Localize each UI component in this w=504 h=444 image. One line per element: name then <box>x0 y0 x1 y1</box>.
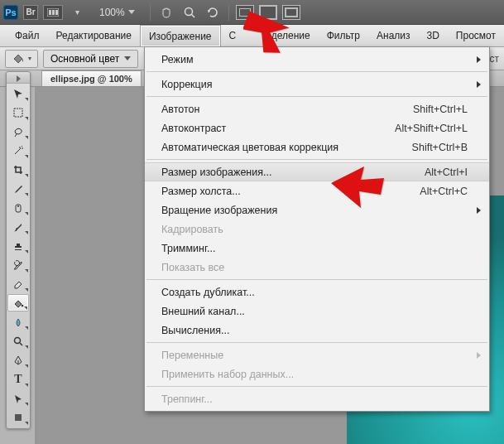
menu-item[interactable]: Внешний канал... <box>145 302 489 321</box>
menu-item: Переменные <box>145 345 489 364</box>
pen-tool-icon[interactable] <box>7 351 29 369</box>
path-select-tool-icon[interactable] <box>7 389 29 407</box>
blur-tool-icon[interactable] <box>7 313 29 331</box>
menu-item-label: Вычисления... <box>161 325 229 336</box>
svg-rect-1 <box>49 10 51 15</box>
eraser-tool-icon[interactable] <box>7 275 29 292</box>
svg-point-4 <box>185 7 192 15</box>
image-menu-dropdown: РежимКоррекцияАвтотонShift+Ctrl+LАвтокон… <box>144 46 490 412</box>
menu-item[interactable]: АвтотонShift+Ctrl+L <box>145 99 489 118</box>
annotation-arrow-middle <box>331 166 384 211</box>
lasso-tool-icon[interactable] <box>7 123 29 140</box>
menu-item-label: Режим <box>161 54 194 65</box>
marquee-tool-icon[interactable] <box>7 104 29 121</box>
menu-layer-partial[interactable]: С <box>221 25 238 46</box>
fill-source-dropdown[interactable]: Основной цвет <box>43 50 138 68</box>
menu-item-label: Автотон <box>161 104 199 115</box>
hand-icon[interactable] <box>157 3 175 22</box>
dodge-tool-icon[interactable] <box>7 332 29 350</box>
svg-point-9 <box>22 304 24 306</box>
move-tool-icon[interactable] <box>7 84 29 102</box>
menu-item[interactable]: Вращение изображения <box>145 200 489 220</box>
fill-source-label: Основной цвет <box>50 53 119 65</box>
menu-item-label: Автоматическая цветовая коррекция <box>161 142 338 153</box>
photoshop-icon[interactable]: Ps <box>3 5 18 20</box>
svg-rect-2 <box>52 10 55 15</box>
document-tab[interactable]: ellipse.jpg @ 100% <box>41 70 142 86</box>
svg-rect-6 <box>14 109 22 117</box>
bridge-icon[interactable]: Br <box>23 5 38 20</box>
menu-item: Показать все <box>145 258 489 277</box>
menu-item[interactable]: АвтоконтрастAlt+Shift+Ctrl+L <box>145 118 489 138</box>
menu-item-label: Тримминг... <box>161 243 215 254</box>
zoom-level[interactable]: 100% <box>91 7 143 18</box>
menu-item-label: Создать дубликат... <box>161 287 255 298</box>
stamp-tool-icon[interactable] <box>7 237 29 254</box>
shape-tool-icon[interactable] <box>7 408 29 426</box>
chevron-down-icon <box>124 56 131 60</box>
history-brush-tool-icon[interactable] <box>7 256 29 273</box>
menu-3d[interactable]: 3D <box>419 25 448 46</box>
wand-tool-icon[interactable] <box>7 142 29 159</box>
svg-point-8 <box>17 205 19 207</box>
eyedropper-tool-icon[interactable] <box>7 180 29 197</box>
tool-panel-toggle[interactable] <box>7 74 30 84</box>
mini-bridge-icon[interactable] <box>43 5 63 20</box>
bucket-tool-icon[interactable] <box>7 294 29 311</box>
menu-item-shortcut: Alt+Ctrl+I <box>425 166 468 178</box>
menu-image[interactable]: Изображение <box>140 25 221 46</box>
brush-tool-icon[interactable] <box>7 218 29 235</box>
menu-item-label: Внешний канал... <box>161 306 245 317</box>
svg-line-5 <box>191 14 194 17</box>
menu-item: Треппинг... <box>145 389 489 408</box>
healing-tool-icon[interactable] <box>7 199 29 216</box>
menu-item: Кадрировать <box>145 220 489 239</box>
menu-file[interactable]: Файл <box>7 25 48 46</box>
menu-item-shortcut: Alt+Ctrl+C <box>420 186 468 197</box>
menu-item-shortcut: Alt+Shift+Ctrl+L <box>395 123 468 134</box>
tool-preset-picker[interactable]: ▾ <box>5 50 38 68</box>
crop-tool-icon[interactable] <box>7 161 29 178</box>
menu-view-partial[interactable]: Просмот <box>448 25 504 46</box>
menu-edit[interactable]: Редактирование <box>48 25 140 46</box>
menu-item[interactable]: Коррекция <box>145 75 489 94</box>
menu-filter[interactable]: Фильтр <box>319 25 368 46</box>
menu-item-shortcut: Shift+Ctrl+L <box>413 104 468 115</box>
menu-item[interactable]: Размер изображения...Alt+Ctrl+I <box>145 162 489 181</box>
menu-item-label: Автоконтраст <box>161 123 226 134</box>
chevron-right-icon <box>477 56 481 63</box>
chevron-right-icon <box>477 207 481 214</box>
menu-item[interactable]: Создать дубликат... <box>145 282 489 302</box>
menu-item-label: Треппинг... <box>161 393 213 405</box>
menu-item[interactable]: Тримминг... <box>145 239 489 258</box>
svg-rect-12 <box>15 414 22 421</box>
zoom-value: 100% <box>99 7 125 18</box>
menu-item-label: Показать все <box>161 262 224 273</box>
menu-item-label: Применить набор данных... <box>161 369 294 380</box>
chevron-down-icon <box>128 10 135 14</box>
menu-item[interactable]: Режим <box>145 50 489 69</box>
tool-panel: T <box>6 71 31 429</box>
menu-item-label: Переменные <box>161 350 223 361</box>
menu-item: Применить набор данных... <box>145 364 489 384</box>
menu-analysis[interactable]: Анализ <box>368 25 419 46</box>
menu-item[interactable]: Размер холста...Alt+Ctrl+C <box>145 181 489 200</box>
svg-point-10 <box>15 337 21 343</box>
chevron-right-icon <box>477 81 481 88</box>
chevron-right-icon <box>477 352 481 359</box>
svg-line-11 <box>20 343 22 345</box>
menu-item-label: Размер изображения... <box>161 166 271 178</box>
menu-item[interactable]: Автоматическая цветовая коррекцияShift+C… <box>145 138 489 157</box>
type-tool-icon[interactable]: T <box>7 370 29 388</box>
annotation-arrow-top <box>243 8 293 58</box>
rotate-icon[interactable] <box>204 3 222 22</box>
menu-item[interactable]: Вычисления... <box>145 321 489 340</box>
menu-item-label: Кадрировать <box>161 224 223 235</box>
menu-item-shortcut: Shift+Ctrl+B <box>412 142 468 153</box>
menu-item-label: Коррекция <box>161 79 212 90</box>
svg-rect-3 <box>55 10 58 15</box>
zoom-icon[interactable] <box>180 3 199 22</box>
menu-item-label: Вращение изображения <box>161 205 277 216</box>
menu-item-label: Размер холста... <box>161 186 241 197</box>
document-title: ellipse.jpg @ 100% <box>50 74 132 84</box>
